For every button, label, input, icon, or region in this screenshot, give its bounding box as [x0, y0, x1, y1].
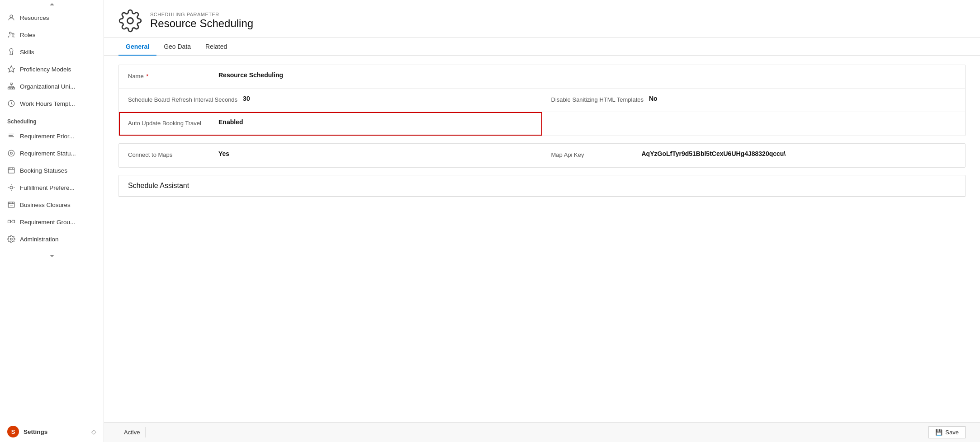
chevron-icon: ◇	[91, 428, 96, 435]
save-button[interactable]: 💾 Save	[928, 426, 966, 438]
svg-rect-14	[8, 168, 14, 173]
svg-rect-5	[8, 88, 10, 89]
field-connect-value: Yes	[218, 150, 229, 157]
svg-rect-25	[12, 220, 15, 223]
org-icon	[7, 82, 15, 90]
save-label: Save	[945, 429, 959, 436]
tab-geo-data[interactable]: Geo Data	[156, 38, 198, 56]
sidebar-item-business-closures[interactable]: Business Closures	[0, 196, 104, 213]
field-name-label: Name *	[128, 71, 218, 80]
svg-rect-4	[10, 83, 13, 85]
sidebar-item-roles[interactable]: Roles	[0, 26, 104, 43]
form-section-3: Schedule Assistant	[118, 175, 966, 197]
field-name: Name * Resource Scheduling	[119, 65, 965, 89]
save-icon: 💾	[935, 429, 942, 436]
clock-icon	[7, 99, 15, 108]
sidebar-footer[interactable]: S Settings ◇	[0, 421, 104, 442]
scroll-down-button[interactable]	[0, 251, 104, 260]
field-api-key-value: AqYzGoLfTyr9d51Bbl5tCexU6UHg4J88320qccu\	[642, 150, 786, 157]
svg-point-1	[9, 32, 12, 34]
svg-point-13	[10, 152, 13, 155]
svg-point-27	[10, 238, 13, 240]
page-header: SCHEDULING PARAMETER Resource Scheduling	[104, 0, 980, 38]
fulfillment-icon	[7, 183, 15, 192]
form-maps-row: Connect to Maps Yes Map Api Key AqYzGoLf…	[119, 144, 965, 167]
booking-icon	[7, 166, 15, 174]
skills-icon	[7, 48, 15, 56]
field-connect-to-maps: Connect to Maps Yes	[119, 144, 542, 167]
field-connect-label: Connect to Maps	[128, 150, 218, 159]
tab-general[interactable]: General	[118, 38, 156, 56]
schedule-assistant-heading: Schedule Assistant	[119, 175, 965, 197]
field-api-key-label: Map Api Key	[551, 150, 642, 159]
svg-marker-3	[8, 66, 15, 72]
form-section-2: Connect to Maps Yes Map Api Key AqYzGoLf…	[118, 143, 966, 168]
avatar: S	[7, 426, 19, 437]
gear-icon	[7, 235, 15, 243]
sidebar-item-skills[interactable]: Skills	[0, 43, 104, 61]
sidebar-item-administration[interactable]: Administration	[0, 230, 104, 248]
form-body: Name * Resource Scheduling Schedule Boar…	[104, 56, 980, 206]
sidebar-item-booking-statuses[interactable]: Booking Statuses	[0, 162, 104, 179]
field-auto-update-value: Enabled	[218, 118, 243, 126]
field-map-api-key: Map Api Key AqYzGoLfTyr9d51Bbl5tCexU6UHg…	[542, 144, 966, 167]
sidebar: Resources Roles Skills Proficiency Model…	[0, 0, 104, 442]
field-name-value: Resource Scheduling	[218, 71, 283, 79]
sidebar-item-requirement-priority[interactable]: Requirement Prior...	[0, 127, 104, 145]
sidebar-item-requirement-groups[interactable]: Requirement Grou...	[0, 213, 104, 230]
sidebar-item-proficiency-models[interactable]: Proficiency Models	[0, 61, 104, 78]
tab-related[interactable]: Related	[198, 38, 234, 56]
field-schedule-label: Schedule Board Refresh Interval Seconds	[128, 95, 243, 104]
sidebar-item-org-units[interactable]: Organizational Uni...	[0, 78, 104, 95]
priority-icon	[7, 132, 15, 140]
field-auto-update-label: Auto Update Booking Travel	[128, 118, 218, 127]
sidebar-item-work-hours[interactable]: Work Hours Templ...	[0, 95, 104, 112]
svg-rect-19	[8, 202, 14, 207]
status-badge: Active	[118, 427, 146, 437]
svg-point-0	[10, 15, 13, 18]
field-disable-label: Disable Sanitizing HTML Templates	[551, 95, 649, 104]
person-icon	[7, 14, 15, 22]
settings-label: Settings	[24, 428, 47, 435]
scheduling-parameter-icon	[118, 9, 142, 33]
form-row-2: Schedule Board Refresh Interval Seconds …	[119, 89, 965, 112]
field-empty-right	[542, 112, 966, 136]
svg-point-28	[128, 18, 133, 24]
scheduling-section-label: Scheduling	[0, 112, 104, 127]
tab-bar: General Geo Data Related	[104, 38, 980, 56]
status-icon	[7, 149, 15, 157]
svg-rect-6	[10, 88, 13, 89]
page-subtitle: SCHEDULING PARAMETER	[150, 12, 253, 17]
field-disable-sanitizing: Disable Sanitizing HTML Templates No	[542, 89, 966, 112]
svg-rect-7	[13, 88, 15, 89]
form-row-3: Auto Update Booking Travel Enabled	[119, 112, 965, 136]
field-schedule-value: 30	[243, 95, 250, 102]
bottom-bar: Active 💾 Save	[104, 422, 980, 442]
star-icon	[7, 65, 15, 73]
svg-point-12	[8, 150, 14, 156]
groups-icon	[7, 218, 15, 226]
scroll-up-button[interactable]	[0, 0, 104, 9]
svg-point-18	[10, 186, 13, 189]
calendar-icon	[7, 201, 15, 209]
svg-rect-24	[8, 220, 11, 223]
field-disable-value: No	[649, 95, 658, 102]
sidebar-item-resources[interactable]: Resources	[0, 9, 104, 26]
svg-point-2	[12, 33, 14, 35]
sidebar-item-fulfillment-preferences[interactable]: Fulfillment Prefere...	[0, 179, 104, 196]
main-content: SCHEDULING PARAMETER Resource Scheduling…	[104, 0, 980, 442]
page-header-text: SCHEDULING PARAMETER Resource Scheduling	[150, 12, 253, 30]
sidebar-item-requirement-status[interactable]: Requirement Statu...	[0, 145, 104, 162]
roles-icon	[7, 31, 15, 39]
page-title: Resource Scheduling	[150, 17, 253, 30]
form-section-1: Name * Resource Scheduling Schedule Boar…	[118, 65, 966, 136]
field-auto-update-booking-travel: Auto Update Booking Travel Enabled	[119, 112, 542, 136]
field-schedule-board-refresh: Schedule Board Refresh Interval Seconds …	[119, 89, 542, 112]
